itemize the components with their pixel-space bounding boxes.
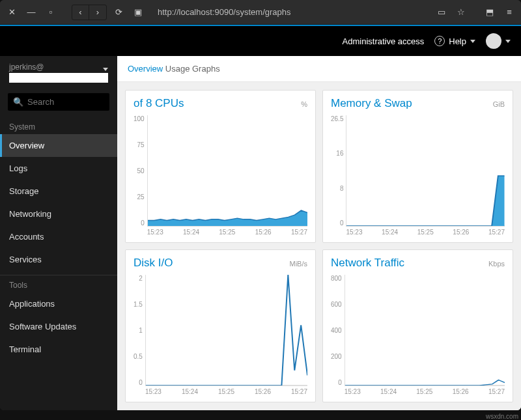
x-axis: 15:2315:2415:2515:2615:27	[345, 386, 505, 395]
chart-card-net: Network Traffic Kbps 8006004002000 15:23…	[322, 249, 513, 402]
chart-plot	[346, 115, 505, 227]
sidebar: jperkins@ fedora 🔍 System Overview Logs …	[0, 56, 117, 410]
chart-title: Memory & Swap	[331, 97, 412, 110]
avatar	[486, 33, 501, 49]
help-button[interactable]: ? Help	[434, 36, 475, 46]
cert-icon[interactable]: ▣	[130, 5, 146, 20]
chart-title: Disk I/O	[134, 257, 173, 270]
search-box[interactable]: 🔍	[8, 93, 109, 111]
maximize-icon[interactable]: ▫	[43, 5, 59, 20]
sidebar-item-software-updates[interactable]: Software Updates	[0, 315, 117, 338]
attribution: wsxdn.com	[486, 413, 518, 420]
host-selector[interactable]: jperkins@ fedora	[0, 56, 117, 89]
section-tools: Tools	[0, 275, 117, 292]
section-system: System	[0, 117, 117, 134]
topbar: Administrative access ? Help	[0, 25, 521, 56]
x-axis: 15:2315:2415:2515:2615:27	[147, 227, 307, 236]
nav-buttons: ‹ ›	[72, 5, 107, 20]
chart-card-cpu: of 8 CPUs % 1007550250 15:2315:2415:2515…	[125, 90, 316, 243]
sidebar-item-logs[interactable]: Logs	[0, 157, 117, 180]
reload-icon[interactable]: ⟳	[111, 5, 126, 20]
search-input[interactable]	[27, 97, 104, 107]
help-icon: ?	[434, 36, 445, 46]
y-axis: 26.51680	[331, 115, 346, 236]
chart-plot	[345, 275, 505, 386]
chart-plot	[145, 275, 307, 386]
chart-unit: GiB	[493, 100, 505, 108]
app-body: jperkins@ fedora 🔍 System Overview Logs …	[0, 56, 521, 410]
cockpit-app: Administrative access ? Help jperkins@ f…	[0, 25, 521, 410]
admin-access-label: Administrative access	[343, 36, 425, 46]
sidebar-item-applications[interactable]: Applications	[0, 292, 117, 315]
breadcrumb: Overview Usage Graphs	[117, 56, 521, 82]
minimize-icon[interactable]: —	[23, 5, 39, 20]
bookmark-icon[interactable]: ☆	[453, 5, 469, 20]
x-axis: 15:2315:2415:2515:2615:27	[346, 227, 505, 236]
y-axis: 21.510.50	[134, 275, 145, 395]
reader-icon[interactable]: ▭	[434, 5, 449, 20]
sidebar-item-overview[interactable]: Overview	[0, 134, 117, 157]
chart-card-mem: Memory & Swap GiB 26.51680 15:2315:2415:…	[322, 90, 513, 243]
y-axis: 1007550250	[134, 115, 147, 236]
crumb-overview[interactable]: Overview	[128, 64, 163, 74]
crumb-current: Usage Graphs	[165, 64, 220, 74]
chart-title: Network Traffic	[331, 257, 404, 270]
sidebar-item-networking[interactable]: Networking	[0, 203, 117, 225]
chart-unit: Kbps	[488, 260, 505, 268]
chart-unit: %	[301, 100, 307, 108]
forward-icon[interactable]: ›	[89, 5, 106, 20]
titlebar: ✕ — ▫ ‹ › ⟳ ▣ http://localhost:9090/syst…	[0, 0, 521, 25]
back-icon[interactable]: ‹	[72, 5, 89, 20]
browser-window: ✕ — ▫ ‹ › ⟳ ▣ http://localhost:9090/syst…	[0, 0, 521, 410]
sidebar-item-accounts[interactable]: Accounts	[0, 225, 117, 248]
y-axis: 8006004002000	[331, 275, 345, 395]
sidebar-item-storage[interactable]: Storage	[0, 180, 117, 203]
sidebar-item-services[interactable]: Services	[0, 248, 117, 271]
menu-icon[interactable]: ≡	[501, 5, 517, 20]
close-icon[interactable]: ✕	[4, 5, 20, 20]
user-at: jperkins@	[9, 63, 108, 72]
charts-grid: of 8 CPUs % 1007550250 15:2315:2415:2515…	[117, 82, 521, 410]
chart-plot	[147, 115, 307, 227]
main-content: Overview Usage Graphs of 8 CPUs % 100755…	[117, 56, 521, 410]
user-menu[interactable]	[486, 33, 511, 49]
host-name: fedora	[9, 73, 108, 83]
chart-unit: MiB/s	[290, 260, 308, 268]
search-icon: 🔍	[13, 97, 23, 107]
help-label: Help	[449, 36, 466, 46]
chevron-down-icon	[505, 40, 511, 43]
download-icon[interactable]: ⬒	[482, 5, 498, 20]
url-bar[interactable]: http://localhost:9090/system/graphs	[150, 7, 430, 17]
chevron-down-icon	[470, 40, 475, 43]
chart-title: of 8 CPUs	[134, 97, 184, 110]
chevron-down-icon	[103, 68, 108, 71]
x-axis: 15:2315:2415:2515:2615:27	[145, 386, 307, 395]
sidebar-item-terminal[interactable]: Terminal	[0, 338, 117, 361]
chart-card-disk: Disk I/O MiB/s 21.510.50 15:2315:2415:25…	[125, 249, 316, 402]
